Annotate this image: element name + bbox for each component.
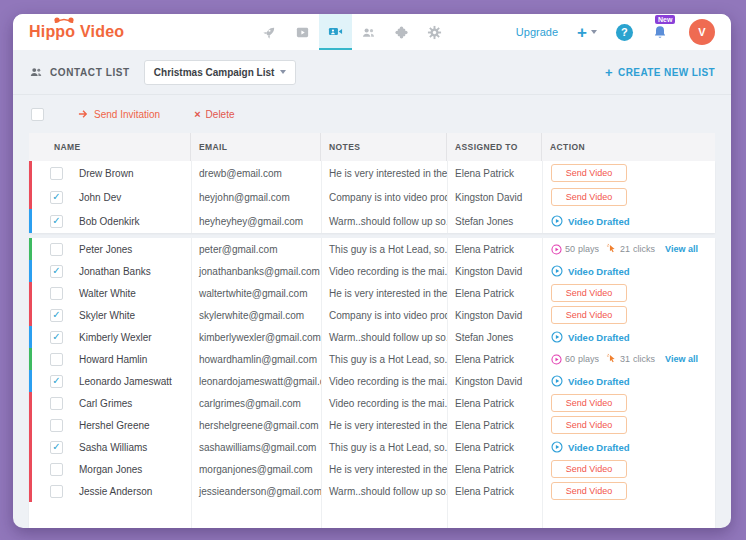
- puzzle-icon[interactable]: [385, 14, 418, 50]
- video-drafted-link[interactable]: Video Drafted: [551, 215, 630, 227]
- video-drafted-label: Video Drafted: [568, 216, 630, 227]
- list-select-dropdown[interactable]: Christmas Campaign List: [144, 60, 296, 85]
- video-drafted-label: Video Drafted: [568, 332, 630, 343]
- table-row: ✓ Jonathan Banks jonathanbanks@gmail.com…: [29, 260, 715, 282]
- row-checkbox[interactable]: [50, 243, 63, 256]
- column-header-email: EMAIL: [191, 133, 321, 161]
- plays-count: 50: [565, 244, 575, 254]
- action-cell: Send Video: [542, 304, 715, 326]
- plays-stat[interactable]: 60 plays: [551, 354, 599, 365]
- notes-cell: He is very interested in the prod...: [321, 414, 447, 436]
- send-video-button[interactable]: Send Video: [551, 306, 627, 324]
- video-camera-icon[interactable]: [319, 14, 352, 50]
- upgrade-link[interactable]: Upgrade: [516, 26, 558, 38]
- contact-notes: This guy is a Hot Lead, so...: [329, 244, 447, 255]
- contact-name: Peter Jones: [79, 244, 132, 255]
- hippo-video-logo[interactable]: Hippo Video: [29, 14, 189, 50]
- send-video-button[interactable]: Send Video: [551, 394, 627, 412]
- assigned-to-cell: Elena Patrick: [447, 238, 542, 260]
- send-video-button[interactable]: Send Video: [551, 188, 627, 206]
- row-checkbox[interactable]: ✓: [50, 215, 63, 228]
- contact-notes: He is very interested in the prod...: [329, 168, 447, 179]
- name-cell: Hershel Greene: [29, 414, 191, 436]
- plays-count: 60: [565, 354, 575, 364]
- email-cell: peter@gmail.com: [191, 238, 321, 260]
- notes-cell: Video recording is the mai...: [321, 370, 447, 392]
- video-drafted-link[interactable]: Video Drafted: [551, 265, 630, 277]
- video-drafted-link[interactable]: Video Drafted: [551, 331, 630, 343]
- send-video-button[interactable]: Send Video: [551, 164, 627, 182]
- row-checkbox[interactable]: ✓: [50, 265, 63, 278]
- row-color-bar: [29, 304, 32, 326]
- contact-assigned: Elena Patrick: [455, 420, 514, 431]
- users-icon[interactable]: [352, 14, 385, 50]
- send-video-button[interactable]: Send Video: [551, 460, 627, 478]
- assigned-to-cell: Elena Patrick: [447, 348, 542, 370]
- contact-email: drewb@email.com: [199, 168, 282, 179]
- play-circle-icon: [551, 375, 563, 387]
- contact-notes: He is very interested in the prod...: [329, 288, 447, 299]
- view-all-link[interactable]: View all: [665, 244, 698, 254]
- row-checkbox[interactable]: ✓: [50, 191, 63, 204]
- create-new-list-button[interactable]: + CREATE NEW LIST: [605, 66, 715, 79]
- email-cell: jessieanderson@gmail.com: [191, 480, 321, 502]
- row-checkbox[interactable]: [50, 485, 63, 498]
- contact-assigned: Elena Patrick: [455, 464, 514, 475]
- contact-group-b: Peter Jones peter@gmail.com This guy is …: [29, 238, 715, 528]
- action-cell: Send Video: [542, 414, 715, 436]
- gear-icon[interactable]: [418, 14, 451, 50]
- notes-cell: This guy is a Hot Lead, so...: [321, 348, 447, 370]
- contact-assigned: Elena Patrick: [455, 168, 514, 179]
- notes-cell: He is very interested in the prod...: [321, 282, 447, 304]
- contact-name: Drew Brown: [79, 168, 133, 179]
- row-checkbox[interactable]: ✓: [50, 331, 63, 344]
- row-checkbox[interactable]: [50, 419, 63, 432]
- film-icon[interactable]: [286, 14, 319, 50]
- row-checkbox[interactable]: [50, 397, 63, 410]
- view-all-link[interactable]: View all: [665, 354, 698, 364]
- delete-button[interactable]: × Delete: [194, 109, 234, 120]
- send-video-button[interactable]: Send Video: [551, 416, 627, 434]
- help-button[interactable]: ?: [616, 24, 633, 41]
- clicks-label: clicks: [633, 354, 655, 364]
- row-checkbox[interactable]: [50, 353, 63, 366]
- contact-name: Skyler White: [79, 310, 135, 321]
- user-avatar[interactable]: V: [689, 19, 715, 45]
- action-cell: 60 plays 31 clicks View all: [542, 348, 715, 370]
- table-row: ✓ Bob Odenkirk heyheyhey@gmail.com Warm.…: [29, 209, 715, 233]
- contact-email: hershelgreene@gmail.com: [199, 420, 319, 431]
- notes-cell: He is very interested in the prod...: [321, 161, 447, 185]
- row-checkbox[interactable]: [50, 463, 63, 476]
- clicks-stat[interactable]: 21 clicks: [606, 243, 655, 256]
- row-checkbox[interactable]: [50, 167, 63, 180]
- send-video-button[interactable]: Send Video: [551, 482, 627, 500]
- contact-name: Hershel Greene: [79, 420, 150, 431]
- row-checkbox[interactable]: ✓: [50, 375, 63, 388]
- add-new-dropdown[interactable]: +: [577, 24, 597, 41]
- select-all-checkbox[interactable]: [31, 108, 44, 121]
- assigned-to-cell: Stefan Jones: [447, 209, 542, 233]
- plays-stat[interactable]: 50 plays: [551, 244, 599, 255]
- send-invitation-button[interactable]: Send Invitation: [78, 109, 160, 120]
- assigned-to-cell: Elena Patrick: [447, 161, 542, 185]
- column-header-name: NAME: [29, 133, 191, 161]
- plays-label: plays: [578, 244, 599, 254]
- notifications-button[interactable]: New: [652, 24, 670, 44]
- row-checkbox[interactable]: ✓: [50, 441, 63, 454]
- assigned-to-cell: Kingston David: [447, 260, 542, 282]
- video-drafted-link[interactable]: Video Drafted: [551, 441, 630, 453]
- contact-name: Kimberly Wexler: [79, 332, 152, 343]
- contact-assigned: Elena Patrick: [455, 354, 514, 365]
- rocket-icon[interactable]: [253, 14, 286, 50]
- video-drafted-link[interactable]: Video Drafted: [551, 375, 630, 387]
- row-checkbox[interactable]: [50, 287, 63, 300]
- chevron-down-icon: [280, 70, 286, 74]
- table-row: Jessie Anderson jessieanderson@gmail.com…: [29, 480, 715, 502]
- video-drafted-label: Video Drafted: [568, 376, 630, 387]
- send-video-button[interactable]: Send Video: [551, 284, 627, 302]
- clicks-stat[interactable]: 31 clicks: [606, 353, 655, 366]
- assigned-to-cell: Elena Patrick: [447, 480, 542, 502]
- contact-email: skylerwhite@gmail.com: [199, 310, 304, 321]
- email-cell: leonardojameswatt@gmail.com: [191, 370, 321, 392]
- row-checkbox[interactable]: ✓: [50, 309, 63, 322]
